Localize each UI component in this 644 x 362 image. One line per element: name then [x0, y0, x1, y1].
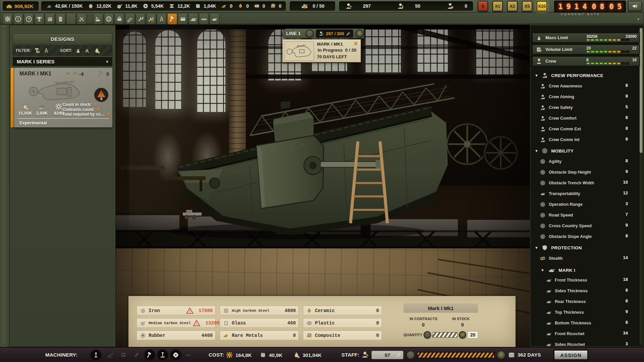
time-controls: IIX1X2X5X10 [478, 1, 547, 11]
sort-alpha-icon[interactable]: A [84, 47, 91, 54]
staff-value: 57 [385, 352, 390, 358]
toolbar-ruler-button[interactable] [125, 13, 135, 24]
speed-x10-button[interactable]: X10 [537, 1, 547, 11]
sort-cost-icon[interactable] [93, 47, 101, 54]
cloth-icon [253, 2, 261, 10]
toolbar-chassis-button[interactable] [199, 13, 209, 24]
svg-text:!: ! [189, 310, 191, 313]
book-icon [194, 2, 202, 10]
machine-hook[interactable] [182, 349, 195, 361]
filter-prototype-icon[interactable] [43, 47, 50, 54]
toolbar-info-button[interactable]: i [13, 13, 23, 24]
quantity-increase-button[interactable]: + [459, 331, 466, 339]
section-mark-i[interactable]: ▼MARK I [541, 266, 575, 275]
staff-decrease-button[interactable]: − [406, 351, 415, 359]
staff-input[interactable]: 57 [371, 351, 404, 359]
toolbar-spy-button[interactable] [66, 13, 76, 24]
quantity-slider[interactable] [432, 332, 458, 338]
speed-x1-button[interactable]: X1 [492, 1, 503, 11]
stat-obstacle-slope-angle: Obstacle Slope Angle [539, 233, 592, 240]
speed-x5-button[interactable]: X5 [522, 1, 532, 11]
svg-text:!: ! [196, 322, 198, 326]
sound-button[interactable] [628, 1, 642, 11]
stat-bottom-thickness: Bottom Thickness [545, 320, 591, 326]
machine-paint-brush[interactable] [130, 349, 143, 361]
machine-welder[interactable] [117, 349, 129, 361]
line-staff-decrease-button[interactable]: − [306, 29, 314, 38]
calendar-icon [507, 351, 516, 359]
job-cancel-button[interactable]: ✕ [354, 40, 358, 47]
scrollbar-thumb[interactable] [640, 28, 643, 153]
toolbar-wrench-gear-button[interactable] [146, 13, 156, 24]
machine-lathe[interactable] [90, 349, 102, 361]
machinery-label: MACHINERY: [45, 352, 77, 358]
goldbar-icon [220, 2, 228, 10]
toolbar-turret-button[interactable] [189, 13, 198, 24]
speed-x2-button[interactable]: X2 [507, 1, 518, 11]
manager-icon [446, 2, 454, 10]
toolbar-factory-button[interactable] [93, 13, 103, 24]
warning-count: 9 [100, 97, 102, 101]
toolbar-document-button[interactable] [56, 13, 65, 24]
pause-button[interactable]: II [478, 1, 488, 11]
section-protection[interactable]: ▼PROTECTION [535, 244, 582, 251]
section-crew-performance[interactable]: ▼CREW PERFORMANCE [535, 72, 603, 79]
warning-badge[interactable]: !9 [94, 88, 108, 102]
stat-value: 3 [614, 341, 628, 346]
toolbar-trophy-button[interactable] [35, 13, 44, 24]
date-display: 19140805 [554, 1, 626, 12]
design-info-line: Contracts count: 0 [62, 107, 99, 112]
production-line-bar: LINE 1 − 297 / 300 + [282, 28, 364, 39]
toolbar-compass-tool-button[interactable] [157, 13, 166, 24]
edit-icon[interactable] [346, 31, 351, 36]
toolbar-tank-side-button[interactable] [210, 13, 219, 24]
chevron-down-icon[interactable]: ▼ [637, 17, 640, 21]
quantity-decrease-button[interactable]: − [424, 331, 431, 339]
machine-mallet[interactable] [144, 349, 156, 361]
staff-increase-button[interactable]: + [497, 351, 505, 359]
toolbar-gear-button[interactable] [3, 13, 12, 24]
design-card[interactable]: MARK I MK1 -4 0 !9 15,05K2,04K8240 Count… [14, 68, 112, 127]
toolbar-help-button[interactable]: ? [24, 13, 34, 24]
toolbar-globe-button[interactable] [104, 13, 114, 24]
design-info-line: Total required by co… 0 [62, 112, 109, 117]
filter-blueprint-icon[interactable]: T [33, 47, 41, 54]
toolbar-briefcase-button[interactable] [114, 13, 124, 24]
material-composite: Composite0 [303, 330, 382, 340]
series-header[interactable]: MARK I SERIES ▼ [13, 57, 112, 66]
stat-value: 7 [614, 212, 628, 217]
edit-icon[interactable] [396, 352, 401, 357]
ruler-icon [126, 15, 133, 23]
material-glass: Glass460 [220, 318, 299, 328]
assign-button[interactable]: ASSIGN [553, 350, 588, 360]
stat-value: 5 [614, 104, 628, 109]
toolbar-hammer-button[interactable] [167, 13, 177, 24]
document-icon [57, 15, 64, 23]
machine-metal-sheet[interactable] [104, 349, 116, 361]
hammer-icon [168, 15, 176, 23]
series-collapse-icon[interactable]: ▼ [105, 60, 109, 64]
staff-label: STAFF: [341, 352, 359, 358]
toolbar-swords-button[interactable] [77, 13, 87, 24]
ibeam-icon [168, 2, 175, 10]
section-mobility[interactable]: ▼MOBILITY [535, 147, 574, 155]
stat-operation-range: Operation Range [539, 201, 583, 208]
machine-drill-press[interactable] [157, 349, 169, 361]
machine-circular-saw[interactable] [170, 349, 182, 361]
sort-weight-icon[interactable] [74, 47, 82, 54]
filter-sort-bar: FILTER: T SORT: A [13, 45, 112, 56]
current-date-label: CURRENT DATE [561, 13, 600, 16]
laurel-icon [72, 70, 78, 77]
worker-icon [345, 2, 353, 10]
stat-value: 8 [614, 158, 628, 163]
stat-value: 8 [614, 83, 628, 88]
line-staff-increase-button[interactable]: + [356, 29, 364, 38]
production-job-card[interactable]: MARK I MK1 In Progress 0 / 20 70 DAYS LE… [282, 39, 361, 62]
stat-crew-comm-int: Crew Comm Int [539, 136, 580, 143]
vehicle-name: Mark I Mk1 [404, 303, 478, 313]
toolbar-engine-button[interactable] [178, 13, 187, 24]
toolbar-newspaper-button[interactable] [45, 13, 55, 24]
newspaper-icon [46, 15, 54, 23]
staff-allocation-bar[interactable] [417, 352, 495, 358]
toolbar-wrench-button[interactable] [136, 13, 145, 24]
